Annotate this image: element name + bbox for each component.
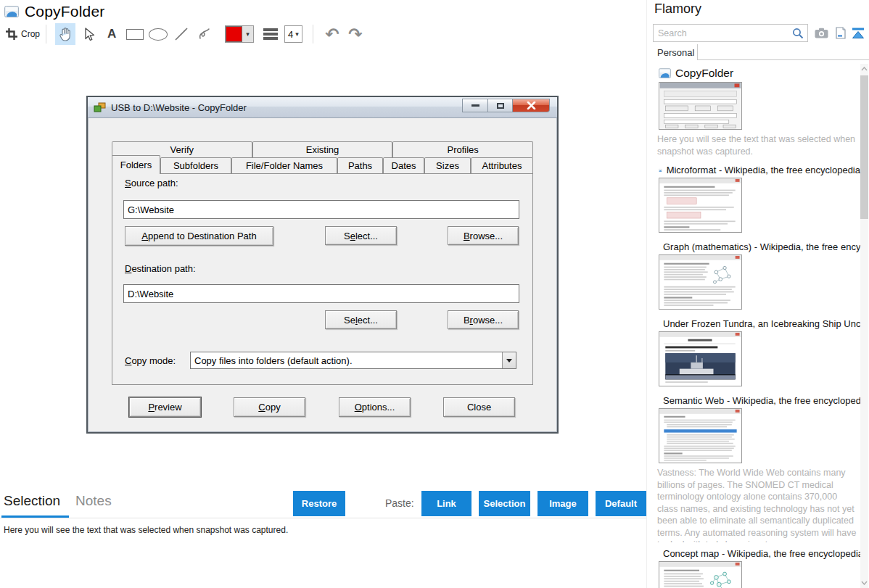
crop-icon [6, 28, 17, 40]
scroll-down-button[interactable] [860, 578, 868, 588]
freehand-tool-button[interactable] [194, 23, 215, 45]
paste-image-button[interactable]: Image [538, 491, 588, 516]
crop-button[interactable]: Crop [6, 23, 40, 45]
scroll-up-button[interactable] [860, 64, 868, 74]
bottom-panel: Selection Notes Restore Paste: Link Sele… [0, 487, 646, 588]
list-item[interactable]: Microformat - Wikipedia, the free encycl… [659, 165, 860, 233]
tab-sizes[interactable]: Sizes [424, 157, 471, 173]
undo-button[interactable]: ↶ [322, 23, 342, 45]
tab-existing[interactable]: Existing [252, 141, 393, 157]
list-item[interactable]: Graph (mathematics) - Wikipedia, the fre… [659, 241, 860, 310]
minimize-icon [471, 104, 479, 107]
chevron-up-icon [861, 67, 868, 71]
select-tool-button[interactable] [78, 23, 99, 45]
thumbnail-wikipedia-graph[interactable] [659, 254, 742, 310]
tab-selection[interactable]: Selection [4, 493, 60, 509]
close-dialog-button[interactable]: Close [443, 397, 515, 417]
list-item[interactable]: Semantic Web - Wikipedia, the free encyc… [659, 395, 860, 542]
restore-button[interactable]: Restore [293, 491, 345, 516]
color-swatch [226, 26, 242, 42]
snapshot-editor: CopyFolder Crop A [0, 0, 646, 588]
list-item[interactable]: Concept map - Wikipedia, the free encycl… [659, 548, 860, 588]
options-button[interactable]: Options... [339, 397, 411, 417]
source-path-input[interactable] [123, 200, 519, 219]
tab-folders[interactable]: Folders [112, 155, 160, 174]
tab-file-folder-names[interactable]: File/Folder Names [231, 157, 337, 173]
sidebar-scrollbar[interactable] [860, 64, 868, 588]
redo-button[interactable]: ↷ [345, 23, 366, 45]
camera-icon [815, 28, 828, 38]
collapse-panel-button[interactable] [849, 24, 867, 42]
browse-source-button[interactable]: Browse... [448, 226, 519, 245]
paste-link-button[interactable]: Link [421, 491, 471, 516]
screenshot-canvas[interactable]: USB to D:\Website - CopyFolder Verify Ex [0, 48, 646, 483]
hand-tool-button[interactable] [55, 23, 75, 45]
flamory-window: CopyFolder Crop A [0, 0, 869, 588]
list-item[interactable]: CopyFolder [659, 67, 860, 157]
line-icon [174, 27, 189, 41]
tab-attributes[interactable]: Attributes [471, 157, 533, 173]
destination-path-label: Destination path: [125, 263, 196, 274]
copyfolder-dialog: USB to D:\Website - CopyFolder Verify Ex [88, 97, 557, 432]
snapshot-title: CopyFolder [675, 67, 733, 80]
destination-path-input[interactable] [123, 284, 519, 303]
maximize-button[interactable] [488, 99, 513, 112]
snapshot-icon [4, 6, 19, 17]
hand-icon [59, 27, 72, 41]
line-width-button[interactable] [258, 23, 279, 45]
rectangle-tool-button[interactable] [125, 23, 145, 45]
copyfolder-app-icon [94, 102, 106, 113]
thumbnail-news-ship-photo[interactable] [659, 331, 742, 386]
snapshot-title: Concept map - Wikipedia, the free encycl… [663, 548, 860, 559]
tab-personal[interactable]: Personal [653, 44, 698, 60]
snapshot-title: Microformat - Wikipedia, the free encycl… [667, 165, 860, 175]
scrollbar-thumb[interactable] [860, 75, 868, 219]
copy-mode-label: Copy mode: [125, 355, 176, 366]
search-box [653, 24, 808, 42]
tab-profiles[interactable]: Profiles [392, 141, 533, 157]
thumbnail-wikipedia-page[interactable] [659, 178, 742, 233]
thumbnail-wikipedia-highlight[interactable] [659, 408, 742, 463]
tab-subfolders[interactable]: Subfolders [160, 157, 231, 173]
paste-default-button[interactable]: Default [596, 491, 646, 516]
browse-destination-button[interactable]: Browse... [448, 310, 519, 329]
search-input[interactable] [654, 25, 783, 41]
tab-paths[interactable]: Paths [337, 157, 383, 173]
rectangle-icon [126, 29, 144, 40]
close-button[interactable] [513, 99, 550, 112]
line-width-icon [263, 28, 278, 39]
select-source-button[interactable]: Select... [325, 226, 397, 245]
dialog-titlebar[interactable]: USB to D:\Website - CopyFolder [88, 97, 557, 118]
dropdown-arrow-icon [502, 352, 516, 368]
selection-text: Here you will see the text that was sele… [4, 525, 288, 535]
search-icon[interactable] [792, 28, 804, 39]
thumbnail-copyfolder-dialog[interactable] [659, 82, 742, 130]
line-tool-button[interactable] [171, 23, 191, 45]
editor-toolbar: Crop A [0, 22, 366, 46]
snapshot-icon [659, 68, 671, 78]
paste-selection-button[interactable]: Selection [479, 491, 530, 516]
tab-dates[interactable]: Dates [383, 157, 424, 173]
undo-icon: ↶ [325, 26, 339, 43]
append-to-destination-button[interactable]: Append to Destination Path [125, 226, 273, 246]
new-note-button[interactable] [833, 24, 849, 42]
size-value: 4 [288, 29, 293, 40]
list-item[interactable]: Under Frozen Tundra, an Icebreaking Ship… [659, 318, 860, 386]
copy-mode-select[interactable]: Copy files into folders (default action)… [190, 352, 516, 369]
snapshot-title: Semantic Web - Wikipedia, the free encyc… [663, 395, 860, 406]
text-tool-button[interactable]: A [102, 23, 122, 45]
crop-label: Crop [21, 29, 40, 39]
color-picker[interactable]: ▾ [225, 25, 254, 43]
ellipse-tool-button[interactable] [148, 23, 168, 45]
minimize-button[interactable] [462, 99, 488, 112]
thumbnail-wikipedia-diagram[interactable] [659, 561, 742, 588]
size-select[interactable]: 4 ▾ [284, 25, 302, 43]
maximize-icon [497, 103, 504, 109]
note-icon [836, 27, 846, 39]
preview-button[interactable]: Preview [129, 397, 201, 417]
camera-button[interactable] [813, 24, 829, 42]
dialog-tab-row-secondary: Verify Existing Profiles [112, 141, 533, 157]
select-destination-button[interactable]: Select... [325, 310, 397, 329]
tab-notes[interactable]: Notes [75, 493, 112, 509]
copy-button[interactable]: Copy [234, 397, 305, 417]
